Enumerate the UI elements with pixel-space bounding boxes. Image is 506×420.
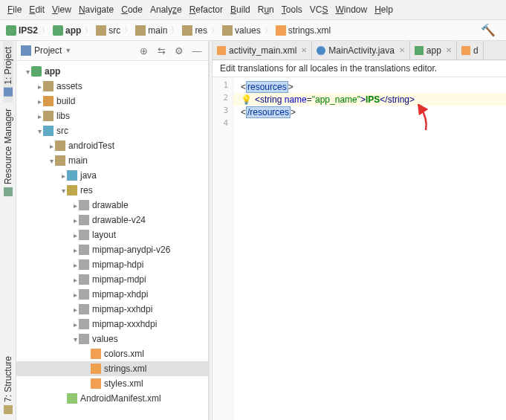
menu-vcs[interactable]: VCS — [307, 3, 331, 16]
hide-button[interactable]: — — [190, 44, 204, 57]
menu-analyze[interactable]: Analyze — [147, 3, 185, 16]
line-number: 1 — [213, 80, 233, 93]
tree-label: libs — [56, 111, 70, 121]
project-view-icon — [21, 45, 31, 56]
tree-node-res[interactable]: ▾res — [16, 183, 208, 198]
select-opened-file-button[interactable]: ⊕ — [137, 44, 150, 57]
menu-edit[interactable]: Edit — [26, 3, 48, 16]
crumb-app[interactable]: app — [51, 25, 82, 36]
folder-icon — [79, 304, 89, 314]
tree-node-drawable-v24[interactable]: ▸drawable-v24 — [16, 213, 208, 227]
build-button[interactable]: 🔨 — [481, 23, 502, 37]
menu-tools[interactable]: Tools — [279, 3, 305, 16]
crumb-src[interactable]: src — [94, 25, 122, 36]
tree-node-layout[interactable]: ▸layout — [16, 227, 208, 242]
folder-icon — [79, 319, 89, 329]
tree-node-build[interactable]: ▸build — [16, 94, 208, 109]
navigation-bar: IPS2 〉 app 〉 src 〉 main 〉 res 〉 values 〉… — [0, 20, 506, 41]
tree-node-assets[interactable]: ▸assets — [16, 79, 208, 94]
project-view-combo[interactable]: Project ▼ — [21, 45, 132, 56]
chevron-right-icon[interactable]: ▸ — [71, 306, 79, 314]
tree-node-androidtest[interactable]: ▸androidTest — [16, 138, 208, 153]
tree-node-src[interactable]: ▾src — [16, 123, 208, 138]
chevron-right-icon[interactable]: ▸ — [71, 276, 79, 284]
tool-resource-manager[interactable]: Resource Manager — [3, 103, 13, 202]
tab-app[interactable]: app✕ — [410, 41, 457, 59]
chevron-right-icon[interactable]: ▸ — [36, 83, 43, 91]
menu-run[interactable]: Run — [255, 3, 277, 16]
tool-structure[interactable]: 7: Structure — [3, 350, 13, 420]
tab-mainactivity[interactable]: MainActivity.java✕ — [312, 41, 409, 59]
intention-bulb-icon[interactable]: 💡 — [241, 94, 252, 105]
crumb-main[interactable]: main — [134, 25, 169, 36]
chevron-down-icon[interactable]: ▾ — [59, 187, 67, 195]
code-text[interactable]: <resources> 💡<string name="app_name">IPS… — [233, 77, 506, 420]
menu-window[interactable]: Window — [332, 3, 370, 16]
close-icon[interactable]: ✕ — [446, 46, 452, 54]
chevron-right-icon[interactable]: ▸ — [71, 216, 79, 224]
xml-icon — [91, 349, 101, 359]
project-view-label: Project — [34, 45, 62, 56]
chevron-right-icon[interactable]: ▸ — [59, 172, 67, 180]
tree-node-mipmap-xhdpi[interactable]: ▸mipmap-xhdpi — [16, 287, 208, 302]
menu-build[interactable]: Build — [227, 3, 253, 16]
chevron-right-icon[interactable]: ▸ — [71, 320, 79, 329]
tab-extra[interactable]: d — [457, 41, 484, 59]
tree-node-androidmanifest-xml[interactable]: AndroidManifest.xml — [16, 391, 208, 406]
chevron-right-icon[interactable]: ▸ — [36, 112, 43, 120]
line-number: 2 — [213, 93, 233, 106]
menu-help[interactable]: Help — [372, 3, 396, 16]
menu-refactor[interactable]: Refactor — [186, 3, 226, 16]
editor-hint[interactable]: Edit translations for all locales in the… — [213, 60, 506, 77]
tree-node-libs[interactable]: ▸libs — [16, 109, 208, 123]
chevron-right-icon[interactable]: ▸ — [71, 261, 79, 269]
menu-code[interactable]: Code — [118, 3, 146, 16]
tab-activity-main[interactable]: activity_main.xml✕ — [213, 41, 312, 59]
tree-node-colors-xml[interactable]: colors.xml — [16, 346, 208, 361]
chevron-right-icon[interactable]: ▸ — [48, 142, 55, 150]
tool-project[interactable]: 1: Project — [3, 41, 13, 103]
close-icon[interactable]: ✕ — [301, 46, 307, 54]
tree-node-mipmap-mdpi[interactable]: ▸mipmap-mdpi — [16, 272, 208, 287]
crumb-ips2[interactable]: IPS2 — [4, 25, 39, 36]
menu-view[interactable]: View — [49, 3, 74, 16]
tree-node-main[interactable]: ▾main — [16, 153, 208, 168]
settings-button[interactable]: ⚙ — [172, 44, 186, 57]
crumb-strings[interactable]: strings.xml — [274, 25, 332, 36]
menu-file[interactable]: FFileile — [4, 3, 25, 16]
tree-label: mipmap-xxhdpi — [92, 304, 152, 314]
tree-node-strings-xml[interactable]: strings.xml — [16, 361, 208, 376]
project-tree[interactable]: ▾app▸assets▸build▸libs▾src▸androidTest▾m… — [16, 61, 208, 420]
chevron-right-icon[interactable]: ▸ — [71, 246, 79, 254]
expand-all-button[interactable]: ⇆ — [155, 44, 168, 57]
xml-icon — [91, 378, 101, 389]
chevron-right-icon[interactable]: ▸ — [71, 201, 79, 210]
tree-node-mipmap-anydpi-v26[interactable]: ▸mipmap-anydpi-v26 — [16, 242, 208, 257]
crumb-values[interactable]: values — [221, 25, 262, 36]
chevron-right-icon[interactable]: ▸ — [71, 231, 79, 239]
tree-node-styles-xml[interactable]: styles.xml — [16, 376, 208, 391]
tree-node-values[interactable]: ▾values — [16, 332, 208, 346]
chevron-down-icon[interactable]: ▾ — [24, 68, 31, 76]
tree-node-java[interactable]: ▸java — [16, 168, 208, 183]
tree-node-mipmap-xxxhdpi[interactable]: ▸mipmap-xxxhdpi — [16, 317, 208, 332]
chevron-down-icon[interactable]: ▾ — [71, 335, 79, 343]
chevron-right-icon[interactable]: ▸ — [71, 291, 79, 299]
crumb-res[interactable]: res — [181, 25, 209, 36]
chevron-right-icon[interactable]: ▸ — [36, 97, 43, 106]
crumb-sep: 〉 — [210, 25, 219, 36]
chevron-down-icon[interactable]: ▾ — [36, 127, 43, 135]
tree-node-mipmap-xxhdpi[interactable]: ▸mipmap-xxhdpi — [16, 302, 208, 317]
folder-icon — [79, 230, 89, 240]
tree-node-drawable[interactable]: ▸drawable — [16, 198, 208, 213]
editor-area: activity_main.xml✕ MainActivity.java✕ ap… — [213, 41, 506, 420]
close-icon[interactable]: ✕ — [399, 46, 405, 54]
menu-navigate[interactable]: Navigate — [76, 3, 117, 16]
tree-node-mipmap-hdpi[interactable]: ▸mipmap-hdpi — [16, 257, 208, 272]
code-area[interactable]: 1 2 3 4 <resources> 💡<string name="app_n… — [213, 77, 506, 420]
tree-node-app[interactable]: ▾app — [16, 64, 208, 79]
gutter: 1 2 3 4 — [213, 77, 233, 420]
chevron-down-icon[interactable]: ▾ — [48, 157, 55, 165]
xml-icon — [461, 46, 470, 55]
folder-icon — [43, 81, 53, 91]
